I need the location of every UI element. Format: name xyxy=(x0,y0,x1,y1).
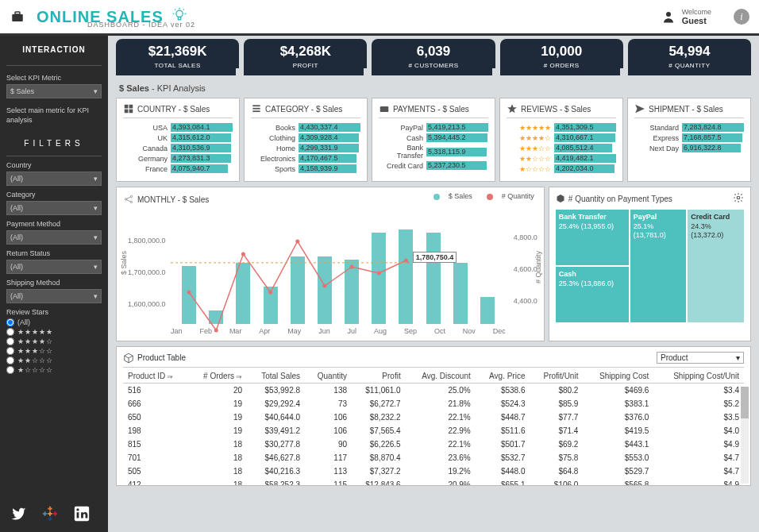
bar-row[interactable]: Home4,299,331.9 xyxy=(251,144,360,152)
col-8[interactable]: Shipping Cost xyxy=(583,369,653,384)
filter-select-country[interactable]: (All)▾ xyxy=(6,172,102,186)
table-row[interactable]: 19819$39,491.2106$7,565.422.9%$511.6$71.… xyxy=(123,424,744,438)
kpi-0[interactable]: $21,369KTOTAL SALES xyxy=(116,39,239,75)
treemap-card: # Quantity on Payment Types Bank Transfe… xyxy=(549,187,751,341)
tree-bank[interactable]: Bank Transfer25.4% (13,955.0) xyxy=(556,210,629,265)
tree-paypal[interactable]: PayPal25.1%(13,781.0) xyxy=(630,210,687,322)
bar-row[interactable]: ★☆☆☆☆4,202,034.0 xyxy=(507,164,616,173)
svg-marker-51 xyxy=(557,195,564,202)
breadcrumb: $ Sales - KPI Analysis xyxy=(111,75,756,98)
bar-Dec[interactable] xyxy=(480,297,495,324)
svg-point-33 xyxy=(125,199,126,200)
review-radio-1[interactable]: ★☆☆☆☆ xyxy=(6,366,102,374)
payments-icon xyxy=(379,103,390,114)
bar-row[interactable]: France4,075,940.7 xyxy=(123,164,233,173)
svg-rect-27 xyxy=(252,105,260,106)
kpi-3[interactable]: 10,000# ORDERS xyxy=(500,39,623,75)
twitter-icon[interactable] xyxy=(10,505,27,522)
filter-label: Shipping Method xyxy=(6,279,102,287)
table-row[interactable]: 65019$40,644.0106$8,232.222.1%$448.7$77.… xyxy=(123,411,744,424)
bar-row[interactable]: Bank Transfer5,318,115.9 xyxy=(379,144,488,160)
guest-name: Guest xyxy=(682,16,711,25)
col-1[interactable]: # Orders≡▾ xyxy=(189,369,247,384)
kpi-1[interactable]: $4,268KPROFIT xyxy=(244,39,367,75)
monthly-chart-card: MONTHLY - $ Sales $ Sales # Quantity $ S… xyxy=(116,187,545,341)
linkedin-icon[interactable] xyxy=(73,505,91,522)
col-4[interactable]: Profit xyxy=(352,369,406,384)
col-9[interactable]: Shipping Cost/Unit xyxy=(653,369,744,384)
bar-row[interactable]: Cash5,394,445.2 xyxy=(379,133,488,142)
product-table: Product ID≡▾# Orders≡▾Total SalesQuantit… xyxy=(123,369,744,486)
bar-row[interactable]: Canada4,310,536.9 xyxy=(123,144,233,152)
kpi-2[interactable]: 6,039# CUSTOMERS xyxy=(372,39,495,75)
kpi-metric-label: Select KPI Metric xyxy=(6,74,102,82)
welcome-label: Welcome xyxy=(682,8,711,16)
svg-point-34 xyxy=(130,195,132,197)
table-row[interactable]: 51620$53,992.8138$11,061.025.0%$538.6$80… xyxy=(123,384,744,398)
bar-row[interactable]: Sports4,158,939.9 xyxy=(251,164,360,173)
bar-row[interactable]: Books4,430,337.4 xyxy=(251,123,360,132)
kpi-4[interactable]: 54,994# QUANTITY xyxy=(628,39,751,75)
hex-icon xyxy=(556,194,565,203)
col-0[interactable]: Product ID≡▾ xyxy=(123,369,189,384)
bar-row[interactable]: Clothing4,309,928.4 xyxy=(251,133,360,142)
table-row[interactable]: 81518$30,277.890$6,226.522.1%$501.7$69.2… xyxy=(123,438,744,451)
category-icon xyxy=(251,103,262,114)
bar-row[interactable]: Express7,168,857.5 xyxy=(634,133,744,142)
svg-rect-30 xyxy=(380,106,389,112)
kpi-help-text: Select main metric for KPI analysis xyxy=(6,106,102,125)
review-radio-4[interactable]: ★★★★☆ xyxy=(6,337,102,345)
cube-icon xyxy=(123,353,134,364)
svg-rect-29 xyxy=(252,110,260,112)
bar-row[interactable]: Standard7,283,824.8 xyxy=(634,123,744,132)
svg-point-52 xyxy=(737,196,740,199)
col-5[interactable]: Avg. Discount xyxy=(406,369,476,384)
bar-row[interactable]: UK4,315,612.0 xyxy=(123,133,233,142)
table-row[interactable]: 41218$58,252.3115$12,843.620.9%$655.1$10… xyxy=(123,478,744,486)
table-row[interactable]: 50518$40,216.3113$7,327.219.2%$448.0$64.… xyxy=(123,465,744,478)
callout: 1,780,750.4 xyxy=(413,252,457,263)
review-radio-5[interactable]: ★★★★★ xyxy=(6,328,102,336)
svg-marker-53 xyxy=(125,353,133,358)
filter-label: Category xyxy=(6,191,102,199)
bar-row[interactable]: Germany4,273,831.3 xyxy=(123,154,233,163)
col-7[interactable]: Profit/Unit xyxy=(530,369,583,384)
shipment-icon xyxy=(634,103,645,114)
bar-row[interactable]: USA4,393,084.1 xyxy=(123,123,233,132)
col-6[interactable]: Avg. Price xyxy=(476,369,530,384)
col-3[interactable]: Quantity xyxy=(305,369,352,384)
tree-credit[interactable]: Credit Card24.3%(13,372.0) xyxy=(688,210,744,322)
table-row[interactable]: 70118$46,627.8117$8,870.423.6%$532.7$75.… xyxy=(123,451,744,465)
filter-select-return-status[interactable]: (All)▾ xyxy=(6,260,102,274)
review-radio-2[interactable]: ★★☆☆☆ xyxy=(6,357,102,364)
country-card: COUNTRY - $ SalesUSA4,393,084.1UK4,315,6… xyxy=(116,98,240,182)
bar-row[interactable]: Next Day6,916,322.8 xyxy=(634,144,744,152)
bar-row[interactable]: PayPal5,419,213.5 xyxy=(379,123,488,132)
bar-row[interactable]: ★★★★★4,351,309.5 xyxy=(507,123,616,132)
tableau-icon[interactable] xyxy=(41,505,59,522)
review-radio-all[interactable]: (All) xyxy=(6,318,102,326)
kpi-metric-select[interactable]: $ Sales▾ xyxy=(6,84,102,98)
bar-row[interactable]: ★★★★☆4,310,667.1 xyxy=(507,133,616,142)
table-row[interactable]: 66619$29,292.473$6,272.721.8%$524.3$85.9… xyxy=(123,397,744,411)
bar-row[interactable]: ★★☆☆☆4,419,482.1 xyxy=(507,154,616,163)
filter-select-category[interactable]: (All)▾ xyxy=(6,201,102,215)
y-axis-label: $ Sales xyxy=(120,251,128,275)
bar-row[interactable]: Credit Card5,237,230.5 xyxy=(379,161,488,170)
bar-row[interactable]: Electronics4,170,467.5 xyxy=(251,154,360,163)
bar-row[interactable]: ★★★☆☆4,085,512.4 xyxy=(507,144,616,152)
col-2[interactable]: Total Sales xyxy=(247,369,305,384)
product-table-card: Product Table Product▾ Product ID≡▾# Ord… xyxy=(116,346,751,486)
review-radio-3[interactable]: ★★★☆☆ xyxy=(6,347,102,355)
bar-Nov[interactable] xyxy=(453,263,468,324)
filter-select-payment-method[interactable]: (All)▾ xyxy=(6,230,102,245)
svg-rect-21 xyxy=(77,512,79,518)
table-scrollbar[interactable] xyxy=(741,387,749,484)
info-icon[interactable]: i xyxy=(734,9,749,25)
filter-select-shipping-method[interactable]: (All)▾ xyxy=(6,289,102,303)
bar-Oct[interactable] xyxy=(426,233,441,324)
product-select[interactable]: Product▾ xyxy=(657,352,744,364)
tree-cash[interactable]: Cash25.3% (13,886.0) xyxy=(556,267,629,322)
filters-header: FILTERS xyxy=(6,139,102,148)
gear-icon[interactable] xyxy=(733,192,744,203)
